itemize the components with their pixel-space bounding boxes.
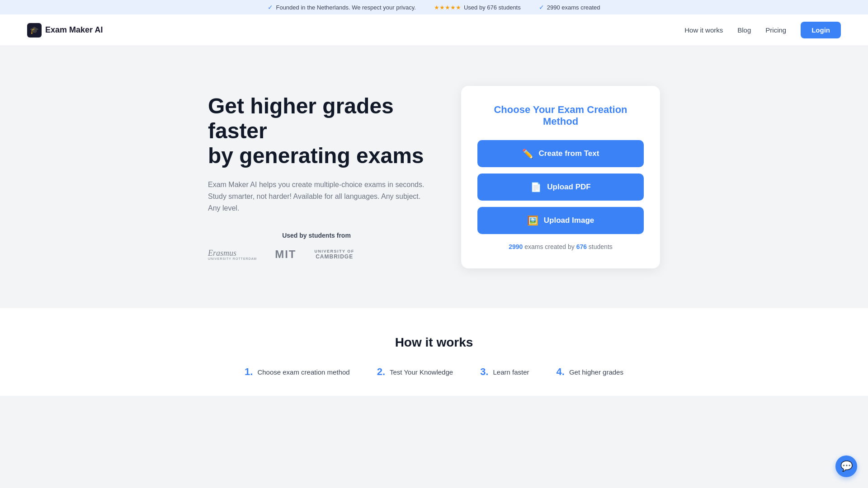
edit-icon: ✏️ [522, 148, 533, 159]
image-icon: 🖼️ [527, 215, 538, 226]
main-nav: How it works Blog Pricing Login [684, 22, 841, 38]
hero-description: Exam Maker AI helps you create multiple-… [208, 179, 425, 214]
erasmus-logo: Erasmus UNIVERSITY ROTTERDAM [208, 249, 257, 260]
step-1: 1. Choose exam creation method [245, 366, 350, 378]
hero-title: Get higher grades faster by generating e… [208, 94, 425, 169]
how-it-works-section: How it works 1. Choose exam creation met… [0, 308, 868, 396]
hero-section: Get higher grades faster by generating e… [0, 46, 868, 308]
logo-text: Exam Maker AI [45, 25, 103, 35]
step-1-label: Choose exam creation method [257, 368, 349, 376]
step-4-num: 4. [557, 366, 565, 378]
create-from-text-button[interactable]: ✏️ Create from Text [477, 140, 644, 167]
university-logos: Erasmus UNIVERSITY ROTTERDAM MIT UNIVERS… [208, 248, 425, 261]
nav-pricing[interactable]: Pricing [765, 26, 786, 34]
step-3: 3. Learn faster [480, 366, 529, 378]
banner-privacy: ✓ Founded in the Netherlands. We respect… [268, 4, 416, 11]
login-button[interactable]: Login [801, 22, 841, 38]
step-4: 4. Get higher grades [557, 366, 623, 378]
cambridge-logo: UNIVERSITY OF CAMBRIDGE [314, 249, 354, 260]
stars-icon: ★★★★★ [434, 4, 461, 11]
pdf-icon: 📄 [530, 182, 542, 192]
upload-pdf-button[interactable]: 📄 Upload PDF [477, 174, 644, 201]
exam-creation-card: Choose Your Exam Creation Method ✏️ Crea… [461, 86, 660, 268]
card-title: Choose Your Exam Creation Method [477, 104, 644, 127]
step-4-label: Get higher grades [569, 368, 623, 376]
card-stats: 2990 exams created by 676 students [477, 243, 644, 250]
nav-how-it-works[interactable]: How it works [684, 26, 723, 34]
mit-logo: MIT [275, 248, 296, 261]
step-3-label: Learn faster [493, 368, 529, 376]
how-title: How it works [27, 335, 841, 350]
logo-icon: 🎓 [27, 23, 42, 38]
used-by-label: Used by students from [208, 232, 425, 239]
upload-image-button[interactable]: 🖼️ Upload Image [477, 207, 644, 234]
step-2: 2. Test Your Knowledge [377, 366, 453, 378]
banner-exams: ✓ 2990 exams created [539, 4, 600, 11]
nav-blog[interactable]: Blog [737, 26, 751, 34]
hero-left: Get higher grades faster by generating e… [208, 94, 425, 261]
banner-students: ★★★★★ Used by 676 students [434, 4, 521, 11]
logo[interactable]: 🎓 Exam Maker AI [27, 23, 103, 38]
step-2-label: Test Your Knowledge [390, 368, 453, 376]
steps-row: 1. Choose exam creation method 2. Test Y… [27, 366, 841, 378]
step-3-num: 3. [480, 366, 488, 378]
check-icon-privacy: ✓ [268, 4, 273, 11]
top-banner: ✓ Founded in the Netherlands. We respect… [0, 0, 868, 14]
step-2-num: 2. [377, 366, 385, 378]
header: 🎓 Exam Maker AI How it works Blog Pricin… [0, 14, 868, 46]
step-1-num: 1. [245, 366, 253, 378]
check-icon-exams: ✓ [539, 4, 544, 11]
